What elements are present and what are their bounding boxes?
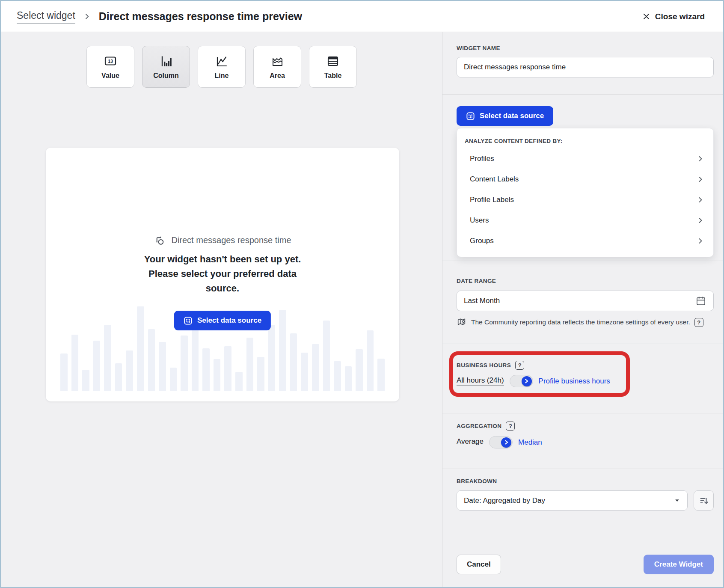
business-hours-toggle-row: All hours (24h) Profile business hours (457, 375, 610, 387)
aggregation-toggle[interactable] (489, 436, 513, 448)
value-icon: 13 (103, 54, 118, 68)
breakdown-label: BREAKDOWN (457, 478, 497, 484)
sort-order-button[interactable] (694, 490, 714, 511)
placeholder-bar (367, 330, 374, 391)
placeholder-bar (170, 368, 177, 391)
chevron-right-icon (697, 238, 704, 244)
widget-type-value[interactable]: 13 Value (86, 46, 134, 88)
placeholder-bar (268, 325, 276, 391)
profile-business-hours-option[interactable]: Profile business hours (539, 377, 610, 386)
business-hours-label: BUSINESS HOURS (457, 362, 511, 368)
close-icon (642, 12, 650, 21)
widget-type-table[interactable]: Table (309, 46, 357, 88)
breakdown-select[interactable]: Date: Aggregated by Day (457, 490, 688, 511)
average-option[interactable]: Average (457, 437, 484, 447)
timezone-map-icon (457, 317, 467, 327)
analyze-option-profiles[interactable]: Profiles (465, 148, 706, 169)
table-icon (326, 54, 340, 68)
data-source-icon (184, 316, 193, 325)
analyze-option-users[interactable]: Users (465, 210, 706, 231)
empty-state-line: Please select your preferred data (46, 267, 399, 281)
placeholder-bar (235, 372, 243, 391)
analyze-option-label: Groups (470, 237, 494, 245)
widget-type-selector: 13 Value Column Line Area (86, 46, 357, 88)
placeholder-bar (214, 359, 221, 391)
median-option[interactable]: Median (518, 438, 542, 447)
analyze-option-groups[interactable]: Groups (465, 231, 706, 251)
placeholder-bar (356, 349, 363, 391)
select-data-source-button-preview[interactable]: Select data source (174, 311, 271, 330)
widget-type-area[interactable]: Area (253, 46, 301, 88)
widget-settings-panel: WIDGET NAME Direct messages response tim… (442, 32, 723, 587)
aggregation-label: AGGREGATION (457, 423, 501, 429)
all-hours-option[interactable]: All hours (24h) (457, 376, 504, 386)
widget-type-label: Value (101, 72, 119, 80)
section-divider (442, 261, 723, 261)
sort-descending-icon (699, 496, 709, 506)
empty-state-line: Your widget hasn't been set up yet. (46, 252, 399, 267)
select-data-source-button[interactable]: Select data source (457, 106, 553, 126)
section-divider (442, 344, 723, 344)
wizard-header: Select widget Direct messages response t… (1, 1, 723, 32)
placeholder-bar (323, 321, 330, 391)
placeholder-bar (60, 353, 68, 391)
preview-widget-title: Direct messages response time (171, 235, 291, 245)
aggregation-label-row: AGGREGATION ? (457, 422, 515, 431)
placeholder-bar (345, 366, 352, 391)
close-wizard-label: Close wizard (655, 12, 705, 21)
section-divider (442, 413, 723, 413)
widget-type-label: Area (270, 72, 285, 80)
widget-metric-icon (154, 234, 166, 246)
calendar-icon (695, 295, 706, 306)
analyze-content-header: ANALYZE CONTENT DEFINED BY: (465, 138, 706, 144)
business-hours-toggle[interactable] (510, 375, 533, 387)
create-widget-button[interactable]: Create Widget (644, 555, 714, 574)
placeholder-bar (279, 310, 286, 391)
help-icon[interactable]: ? (515, 361, 524, 370)
business-hours-label-row: BUSINESS HOURS ? (457, 361, 524, 370)
placeholder-bar (202, 348, 210, 391)
empty-state-message: Your widget hasn't been set up yet. Plea… (46, 252, 399, 296)
placeholder-bar (312, 344, 319, 391)
date-range-value: Last Month (464, 297, 500, 305)
chevron-right-icon (697, 217, 704, 224)
cancel-button[interactable]: Cancel (457, 555, 501, 574)
breakdown-value: Date: Aggregated by Day (464, 496, 545, 505)
analyze-option-profile-labels[interactable]: Profile Labels (465, 190, 706, 210)
widget-name-input[interactable]: Direct messages response time (457, 57, 714, 77)
widget-type-line[interactable]: Line (198, 46, 246, 88)
help-icon[interactable]: ? (694, 318, 703, 327)
placeholder-bar (334, 361, 341, 391)
widget-name-label: WIDGET NAME (457, 45, 500, 51)
toggle-knob-chevron-icon (522, 376, 532, 386)
date-range-select[interactable]: Last Month (457, 291, 714, 311)
data-source-icon (466, 112, 475, 121)
help-icon[interactable]: ? (506, 422, 515, 431)
analyze-option-content-labels[interactable]: Content Labels (465, 169, 706, 190)
analyze-content-dropdown: ANALYZE CONTENT DEFINED BY: Profiles Con… (457, 128, 714, 257)
analyze-option-label: Content Labels (470, 175, 519, 184)
placeholder-bar (148, 329, 155, 391)
aggregation-toggle-row: Average Median (457, 436, 542, 448)
chevron-right-icon (697, 155, 704, 162)
widget-type-label: Column (153, 72, 179, 80)
widget-preview-card: Direct messages response time Your widge… (46, 148, 399, 401)
placeholder-bar (82, 370, 89, 391)
empty-state-line: source. (46, 281, 399, 296)
analyze-option-label: Profiles (470, 154, 494, 163)
widget-wizard-window: Select widget Direct messages response t… (0, 0, 724, 588)
breadcrumb-back-link[interactable]: Select widget (17, 10, 75, 24)
section-divider (442, 94, 723, 95)
chevron-right-icon (83, 13, 91, 20)
placeholder-bar (137, 306, 144, 391)
chevron-right-icon (697, 196, 704, 203)
toggle-knob-chevron-icon (501, 437, 511, 448)
placeholder-bar (377, 359, 385, 391)
area-chart-icon (270, 54, 285, 68)
date-range-label: DATE RANGE (457, 278, 496, 284)
timezone-note: The Community reporting data reflects th… (457, 317, 714, 327)
widget-type-column[interactable]: Column (142, 46, 190, 88)
widget-name-value: Direct messages response time (464, 63, 566, 71)
preview-area: 13 Value Column Line Area (1, 32, 442, 587)
close-wizard-button[interactable]: Close wizard (640, 12, 707, 22)
